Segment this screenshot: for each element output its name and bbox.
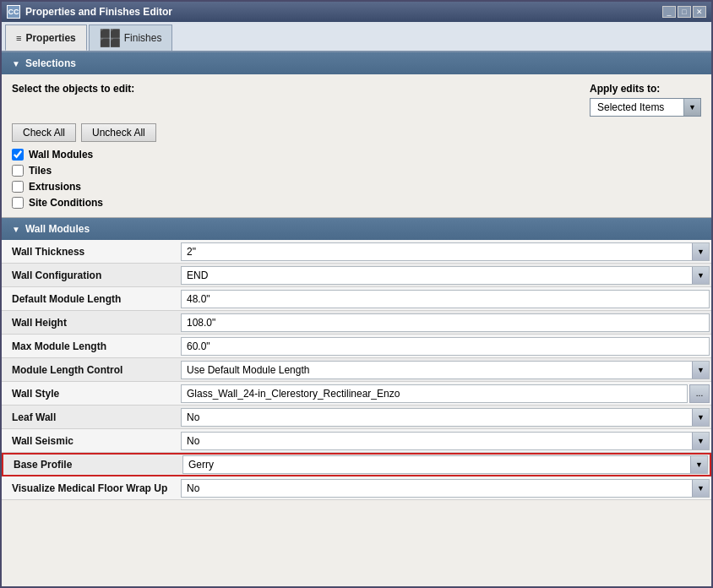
- wall-style-input[interactable]: [181, 384, 688, 403]
- wall-modules-chevron-icon: ▼: [12, 225, 20, 234]
- wall-modules-panel: Wall Thickness 2" ▼ Wall Configuration E…: [2, 240, 711, 586]
- properties-tab-icon: ≡: [16, 33, 21, 43]
- wall-seismic-select[interactable]: No ▼: [181, 432, 710, 450]
- apply-edits-value: Selected Items: [591, 100, 683, 115]
- selections-top-row: Select the objects to edit: Apply edits …: [12, 83, 701, 117]
- module-length-control-value: Use Default Module Length ▼: [179, 361, 711, 379]
- wall-thickness-select[interactable]: 2" ▼: [181, 242, 710, 261]
- wall-style-with-dots: ...: [181, 384, 710, 403]
- window-title: Properties and Finishes Editor: [25, 6, 172, 18]
- wall-height-value: [179, 313, 711, 332]
- wall-seismic-label: Wall Seismic: [2, 431, 179, 451]
- base-profile-dropdown-arrow[interactable]: ▼: [690, 456, 707, 473]
- wall-height-label: Wall Height: [2, 313, 179, 333]
- uncheck-all-button[interactable]: Uncheck All: [81, 123, 156, 142]
- site-conditions-label: Site Conditions: [29, 197, 103, 209]
- visualize-medical-select-text: No: [182, 481, 692, 496]
- checkbox-extrusions: Extrusions: [12, 181, 701, 193]
- max-module-length-input[interactable]: [181, 337, 710, 356]
- module-length-control-select-text: Use Default Module Length: [182, 362, 692, 378]
- checkbox-list: Wall Modules Tiles Extrusions Site Condi…: [12, 149, 701, 209]
- close-button[interactable]: ✕: [693, 6, 706, 18]
- main-window: CC Properties and Finishes Editor _ □ ✕ …: [0, 0, 713, 588]
- property-row-module-length-control: Module Length Control Use Default Module…: [2, 358, 711, 382]
- restore-button[interactable]: □: [678, 6, 691, 18]
- wall-configuration-dropdown-arrow[interactable]: ▼: [692, 267, 709, 284]
- tiles-label: Tiles: [29, 165, 52, 177]
- scroll-container[interactable]: ▼ Selections Select the objects to edit:…: [2, 52, 711, 586]
- apply-edits-dropdown[interactable]: Selected Items ▼: [590, 98, 701, 117]
- property-row-wall-seismic: Wall Seismic No ▼: [2, 429, 711, 453]
- wall-modules-label: Wall Modules: [29, 149, 93, 161]
- tab-finishes[interactable]: ⬛⬛⬛⬛ Finishes: [89, 24, 173, 51]
- property-row-max-module-length: Max Module Length: [2, 335, 711, 358]
- wall-style-value: ...: [179, 384, 711, 403]
- wall-configuration-value: END ▼: [179, 266, 711, 285]
- selections-panel: Select the objects to edit: Apply edits …: [2, 74, 711, 218]
- check-all-button[interactable]: Check All: [12, 123, 76, 142]
- check-buttons-row: Check All Uncheck All: [12, 123, 701, 142]
- wall-seismic-select-text: No: [182, 433, 692, 449]
- property-row-wall-thickness: Wall Thickness 2" ▼: [2, 240, 711, 264]
- checkbox-site-conditions: Site Conditions: [12, 197, 701, 209]
- visualize-medical-value: No ▼: [179, 479, 711, 498]
- site-conditions-checkbox[interactable]: [12, 197, 24, 209]
- selections-section-header: ▼ Selections: [2, 52, 711, 74]
- max-module-length-label: Max Module Length: [2, 336, 179, 357]
- wall-thickness-select-text: 2": [182, 244, 692, 259]
- leaf-wall-select-text: No: [182, 410, 692, 425]
- tiles-checkbox[interactable]: [12, 165, 24, 177]
- apply-edits-label: Apply edits to:: [590, 83, 660, 95]
- finishes-tab-label: Finishes: [124, 32, 162, 44]
- base-profile-select-text: Gerry: [183, 457, 690, 472]
- extrusions-label: Extrusions: [29, 181, 81, 193]
- extrusions-checkbox[interactable]: [12, 181, 24, 193]
- leaf-wall-value: No ▼: [179, 408, 711, 427]
- visualize-medical-select[interactable]: No ▼: [181, 479, 710, 498]
- wall-style-dots-button[interactable]: ...: [689, 384, 710, 403]
- finishes-tab-icon: ⬛⬛⬛⬛: [100, 29, 120, 47]
- select-label: Select the objects to edit:: [12, 83, 134, 95]
- wall-style-label: Wall Style: [2, 384, 179, 404]
- property-row-base-profile: Base Profile Gerry ▼: [2, 453, 711, 476]
- leaf-wall-label: Leaf Wall: [2, 407, 179, 427]
- default-module-length-value: [179, 290, 711, 308]
- content-area: ▼ Selections Select the objects to edit:…: [2, 52, 711, 586]
- wall-thickness-value: 2" ▼: [179, 242, 711, 261]
- base-profile-label: Base Profile: [3, 455, 181, 475]
- module-length-control-dropdown-arrow[interactable]: ▼: [692, 362, 709, 378]
- property-row-wall-height: Wall Height: [2, 311, 711, 335]
- leaf-wall-dropdown-arrow[interactable]: ▼: [692, 409, 709, 426]
- leaf-wall-select[interactable]: No ▼: [181, 408, 710, 427]
- title-bar: CC Properties and Finishes Editor _ □ ✕: [2, 2, 711, 22]
- apply-edits-dropdown-arrow[interactable]: ▼: [683, 99, 700, 116]
- apply-edits-section: Apply edits to: Selected Items ▼: [590, 83, 701, 117]
- wall-seismic-dropdown-arrow[interactable]: ▼: [692, 433, 709, 449]
- max-module-length-value: [179, 337, 711, 356]
- base-profile-select[interactable]: Gerry ▼: [182, 455, 708, 474]
- default-module-length-label: Default Module Length: [2, 289, 179, 309]
- wall-thickness-dropdown-arrow[interactable]: ▼: [692, 243, 709, 260]
- wall-configuration-select[interactable]: END ▼: [181, 266, 710, 285]
- module-length-control-label: Module Length Control: [2, 360, 179, 380]
- minimize-button[interactable]: _: [662, 6, 676, 18]
- visualize-medical-label: Visualize Medical Floor Wrap Up: [2, 478, 179, 498]
- wall-modules-checkbox[interactable]: [12, 149, 24, 161]
- wall-modules-section-header: ▼ Wall Modules: [2, 218, 711, 240]
- wall-seismic-value: No ▼: [179, 432, 711, 450]
- selections-header-label: Selections: [25, 57, 76, 69]
- module-length-control-select[interactable]: Use Default Module Length ▼: [181, 361, 710, 379]
- checkbox-wall-modules: Wall Modules: [12, 149, 701, 161]
- title-bar-left: CC Properties and Finishes Editor: [7, 5, 172, 19]
- property-row-leaf-wall: Leaf Wall No ▼: [2, 406, 711, 429]
- wall-configuration-select-text: END: [182, 268, 692, 283]
- property-row-wall-configuration: Wall Configuration END ▼: [2, 264, 711, 287]
- base-profile-value: Gerry ▼: [181, 455, 710, 474]
- visualize-medical-dropdown-arrow[interactable]: ▼: [692, 480, 709, 497]
- wall-configuration-label: Wall Configuration: [2, 265, 179, 286]
- properties-tab-label: Properties: [25, 32, 75, 44]
- default-module-length-input[interactable]: [181, 290, 710, 308]
- tab-properties[interactable]: ≡ Properties: [5, 24, 87, 51]
- wall-height-input[interactable]: [181, 313, 710, 332]
- wall-thickness-label: Wall Thickness: [2, 242, 179, 262]
